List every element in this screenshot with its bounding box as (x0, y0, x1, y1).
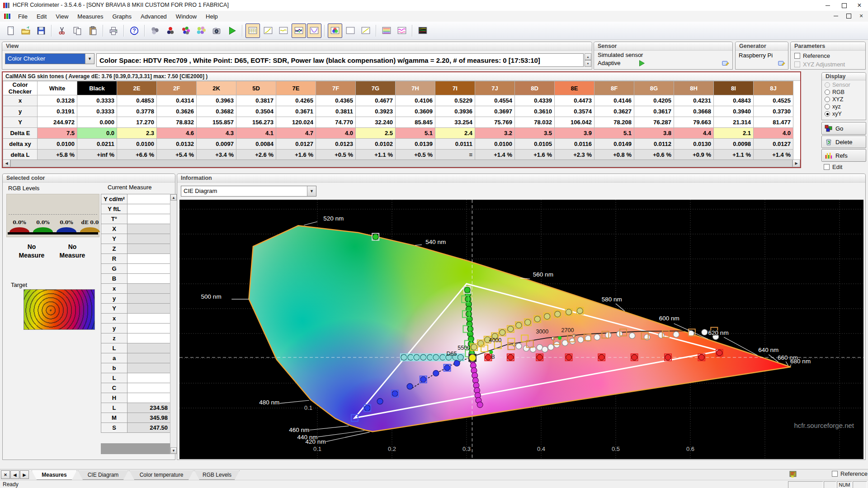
close-button[interactable]: × (852, 0, 867, 11)
cell-delta-xy-black[interactable]: 0.0211 (77, 139, 117, 150)
cell-delta-e-7e[interactable]: 4.7 (276, 128, 316, 139)
menu-item-file[interactable]: File (14, 12, 32, 21)
cell-y-7f[interactable]: 0.3811 (316, 106, 356, 117)
cell-delta-xy-7i[interactable]: 0.0111 (435, 139, 475, 150)
cell-delta-l-7i[interactable]: = (435, 150, 475, 160)
cell-x-8d[interactable]: 0.4339 (515, 95, 555, 106)
cell-x-7j[interactable]: 0.4554 (475, 95, 515, 106)
menu-item-graphs[interactable]: Graphs (108, 12, 136, 21)
cell-delta-l-7f[interactable]: +0.5 % (316, 150, 356, 160)
copy-button[interactable] (70, 23, 85, 38)
radio-button[interactable] (825, 89, 830, 95)
view-saturation-shift-button[interactable] (379, 23, 394, 38)
cell-y-7f[interactable]: 74.770 (316, 117, 356, 128)
cell-delta-e-8i[interactable]: 2.1 (714, 128, 754, 139)
display-radio-xyz[interactable]: XYZ (825, 96, 863, 103)
cell-delta-e-5d[interactable]: 4.1 (236, 128, 276, 139)
cell-y-8i[interactable]: 21.314 (714, 117, 754, 128)
delete-button[interactable]: Delete (821, 136, 866, 148)
cell-y-8d[interactable]: 78.032 (515, 117, 555, 128)
menu-item-window[interactable]: Window (171, 12, 201, 21)
cell-x-7g[interactable]: 0.4677 (356, 95, 396, 106)
column-header-7e[interactable]: 7E (276, 81, 316, 95)
cell-y-7g[interactable]: 0.3923 (356, 106, 396, 117)
cell-delta-e-8g[interactable]: 3.8 (634, 128, 674, 139)
menu-item-measures[interactable]: Measures (73, 12, 108, 21)
menu-item-advanced[interactable]: Advanced (136, 12, 171, 21)
measure-primaries-button[interactable] (163, 23, 178, 38)
cell-delta-l-8d[interactable]: +1.6 % (515, 150, 555, 160)
mdi-restore-button[interactable] (844, 12, 853, 19)
cell-x-2k[interactable]: 0.3963 (197, 95, 236, 106)
tab-measures[interactable]: Measures (32, 470, 77, 480)
cell-delta-l-7e[interactable]: +1.6 % (276, 150, 316, 160)
cell-delta-l-8j[interactable]: +1.4 % (754, 150, 793, 160)
cell-delta-e-7j[interactable]: 3.2 (475, 128, 515, 139)
menu-item-view[interactable]: View (51, 12, 73, 21)
cell-delta-xy-8g[interactable]: 0.0112 (634, 139, 674, 150)
cell-y-5d[interactable]: 0.3504 (236, 106, 276, 117)
reference-checkbox[interactable]: Reference (794, 52, 862, 59)
cell-delta-xy-8d[interactable]: 0.0105 (515, 139, 555, 150)
cell-y-2k[interactable]: 0.3682 (197, 106, 236, 117)
current-measure-scrollbar[interactable]: ▲ ▼ (170, 194, 177, 454)
cell-delta-l-5d[interactable]: +2.6 % (236, 150, 276, 160)
cell-x-white[interactable]: 0.3128 (38, 95, 77, 106)
column-header-8g[interactable]: 8G (634, 81, 674, 95)
cell-delta-l-white[interactable]: +5.8 % (38, 150, 77, 160)
cell-delta-l-2k[interactable]: +3.4 % (197, 150, 236, 160)
column-header-7f[interactable]: 7F (316, 81, 356, 95)
cell-x-black[interactable]: 0.3333 (77, 95, 117, 106)
tab-color-temperature[interactable]: Color temperature (129, 470, 193, 480)
cell-y-8d[interactable]: 0.3610 (515, 106, 555, 117)
cell-y-5d[interactable]: 156.273 (236, 117, 276, 128)
cell-y-7e[interactable]: 120.024 (276, 117, 316, 128)
cell-y-8e[interactable]: 106.042 (555, 117, 594, 128)
cell-y-8e[interactable]: 0.3574 (555, 106, 594, 117)
cell-x-8f[interactable]: 0.4146 (594, 95, 634, 106)
mdi-close-button[interactable]: × (857, 12, 865, 19)
cell-delta-l-8i[interactable]: +1.1 % (714, 150, 754, 160)
cell-delta-xy-7h[interactable]: 0.0139 (396, 139, 435, 150)
reference-checkbox-box[interactable] (832, 471, 838, 477)
column-header-5d[interactable]: 5D (236, 81, 276, 95)
display-radio-xyy[interactable]: xyY (825, 111, 863, 117)
cell-delta-l-2e[interactable]: +6.6 % (117, 150, 157, 160)
cell-y-8j[interactable]: 0.3730 (754, 106, 793, 117)
cell-delta-e-8e[interactable]: 3.9 (555, 128, 594, 139)
cell-y-7h[interactable]: 0.3609 (396, 106, 435, 117)
cell-delta-e-8h[interactable]: 4.4 (674, 128, 714, 139)
column-header-8i[interactable]: 8I (714, 81, 754, 95)
cell-y-7j[interactable]: 75.769 (475, 117, 515, 128)
cell-x-5d[interactable]: 0.3817 (236, 95, 276, 106)
cell-y-2e[interactable]: 0.3778 (117, 106, 157, 117)
tab-cie-diagram[interactable]: CIE Diagram (78, 470, 128, 480)
cell-y-8h[interactable]: 79.663 (674, 117, 714, 128)
cell-y-8i[interactable]: 0.3940 (714, 106, 754, 117)
cell-delta-e-2e[interactable]: 2.3 (117, 128, 157, 139)
sensor-settings-button[interactable] (148, 23, 162, 38)
maximize-button[interactable] (836, 0, 852, 11)
cell-delta-xy-7f[interactable]: 0.0123 (316, 139, 356, 150)
mdi-minimize-button[interactable] (832, 12, 840, 19)
scroll-up-icon[interactable]: ▲ (170, 194, 177, 201)
cell-delta-l-7g[interactable]: +1.1 % (356, 150, 396, 160)
reference-checkbox[interactable]: Reference (832, 470, 868, 477)
view-cie-diagram-button[interactable] (328, 23, 342, 38)
view-rgb-levels-button[interactable] (292, 23, 306, 38)
view-color-curves-button[interactable] (395, 23, 409, 38)
close-tabs-button[interactable]: ✕ (1, 470, 10, 479)
cell-delta-l-8g[interactable]: +0.6 % (634, 150, 674, 160)
view-luminance-button[interactable] (307, 23, 321, 38)
cell-delta-l-8e[interactable]: +2.3 % (555, 150, 594, 160)
cell-delta-e-7f[interactable]: 4.0 (316, 128, 356, 139)
column-header-white[interactable]: White (38, 81, 77, 95)
cell-delta-xy-8f[interactable]: 0.0149 (594, 139, 634, 150)
cell-delta-l-8f[interactable]: +0.8 % (594, 150, 634, 160)
save-button[interactable] (34, 23, 48, 38)
view-drift-button[interactable] (359, 23, 373, 38)
view-free-measures-button[interactable] (343, 23, 358, 38)
cell-y-8f[interactable]: 78.208 (594, 117, 634, 128)
info-spinner[interactable]: ▲▼ (585, 53, 591, 67)
information-view-select[interactable]: CIE Diagram ▼ (181, 186, 316, 197)
